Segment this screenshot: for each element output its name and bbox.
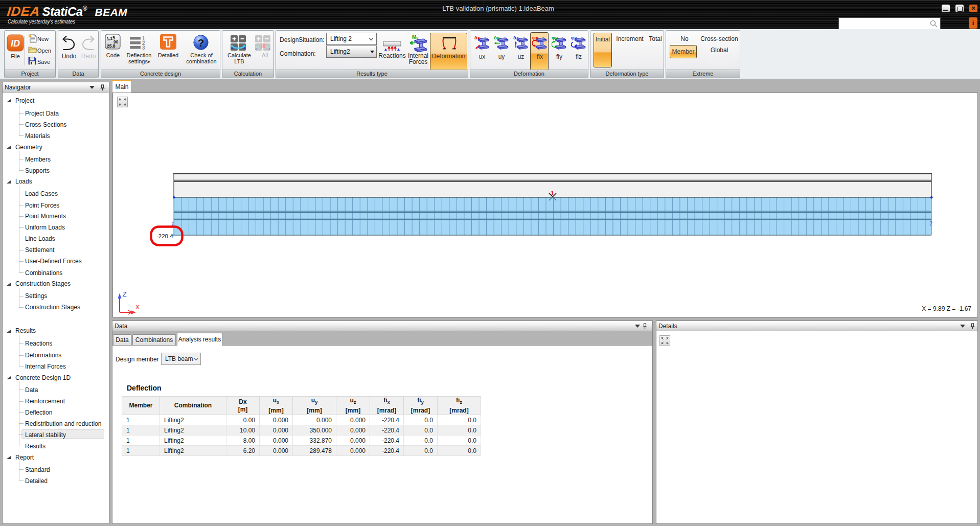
- svg-text:φz: φz: [571, 35, 577, 40]
- svg-text:ID: ID: [11, 38, 20, 49]
- svg-text:25.8: 25.8: [107, 43, 116, 49]
- svg-text:2: 2: [929, 220, 932, 226]
- svg-text:Z: Z: [123, 290, 127, 298]
- svg-text:X: X: [135, 303, 140, 311]
- svg-text:δz: δz: [513, 35, 519, 40]
- svg-text:-220.4: -220.4: [156, 233, 173, 239]
- svg-text:My: My: [412, 34, 418, 40]
- svg-text:φy: φy: [552, 35, 558, 40]
- svg-text:δy: δy: [494, 35, 500, 40]
- svg-text:?: ?: [198, 37, 204, 49]
- svg-text:1: 1: [551, 190, 554, 196]
- svg-text:3: 3: [142, 45, 145, 50]
- svg-text:δx: δx: [474, 35, 481, 40]
- svg-text:X = 9.89 Z = -1.67: X = 9.89 Z = -1.67: [922, 305, 971, 312]
- svg-text:φx: φx: [532, 35, 539, 40]
